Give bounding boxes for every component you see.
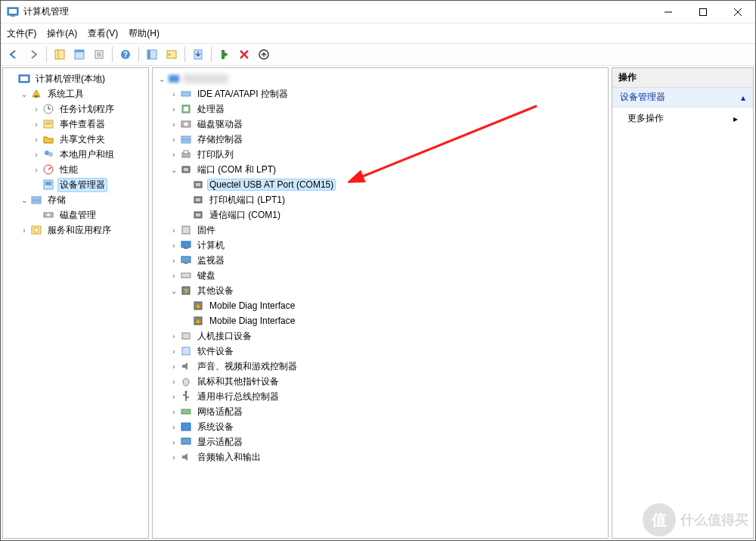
collapse-icon: ▴ — [741, 92, 745, 103]
svg-rect-52 — [181, 140, 191, 143]
device-ide[interactable]: ›IDE ATA/ATAPI 控制器 — [154, 86, 606, 101]
disable-device-button[interactable] — [236, 46, 253, 63]
device-port-comm[interactable]: 通信端口 (COM1) — [154, 207, 606, 222]
maximize-button[interactable] — [686, 1, 720, 23]
svg-point-76 — [185, 391, 187, 393]
tree-root[interactable]: 计算机管理(本地) — [5, 71, 147, 86]
device-computer[interactable]: ›计算机 — [154, 238, 606, 253]
svg-text:?: ? — [184, 288, 187, 295]
tree-disk-management[interactable]: 磁盘管理 — [5, 207, 147, 222]
device-disk-drives[interactable]: ›磁盘驱动器 — [154, 117, 606, 132]
enable-device-button[interactable] — [216, 46, 233, 63]
device-port-printer[interactable]: 打印机端口 (LPT1) — [154, 192, 606, 207]
device-ports[interactable]: ⌄端口 (COM 和 LPT) — [154, 162, 606, 177]
svg-rect-25 — [20, 76, 28, 81]
device-software[interactable]: ›软件设备 — [154, 344, 606, 359]
tree-performance[interactable]: ›性能 — [5, 162, 147, 177]
svg-rect-45 — [169, 75, 179, 82]
properties-button[interactable] — [71, 46, 88, 63]
device-print-queues[interactable]: ›打印队列 — [154, 147, 606, 162]
minimize-button[interactable] — [651, 1, 686, 23]
svg-rect-48 — [184, 107, 188, 111]
device-keyboards[interactable]: ›键盘 — [154, 268, 606, 283]
device-firmware[interactable]: ›固件 — [154, 222, 606, 238]
update-driver-button[interactable] — [190, 46, 206, 63]
toolbar: ? — [1, 43, 755, 66]
view-devices-by-type-button[interactable] — [144, 46, 160, 63]
svg-text:?: ? — [123, 51, 128, 59]
device-mice[interactable]: ›鼠标和其他指针设备 — [154, 374, 606, 389]
svg-rect-18 — [147, 50, 150, 59]
app-icon — [7, 6, 19, 18]
tree-storage[interactable]: ⌄存储 — [5, 192, 147, 207]
device-system[interactable]: ›系统设备 — [154, 419, 606, 434]
svg-rect-66 — [181, 257, 191, 263]
device-storage-ctrl[interactable]: ›存储控制器 — [154, 132, 606, 147]
tree-event-viewer[interactable]: ›事件查看器 — [5, 117, 147, 132]
tree-system-tools[interactable]: ⌄系统工具 — [5, 86, 147, 101]
device-display[interactable]: ›显示适配器 — [154, 434, 606, 449]
export-list-button[interactable] — [91, 46, 107, 63]
svg-rect-10 — [75, 50, 84, 52]
svg-rect-62 — [196, 213, 200, 216]
device-port-quectel[interactable]: Quectel USB AT Port (COM15) — [154, 177, 606, 192]
svg-rect-38 — [45, 182, 51, 185]
svg-rect-22 — [222, 50, 225, 59]
svg-rect-63 — [182, 226, 190, 234]
device-audio-io[interactable]: ›音频输入和输出 — [154, 449, 606, 465]
device-sound[interactable]: ›声音、视频和游戏控制器 — [154, 359, 606, 374]
uninstall-device-button[interactable] — [256, 46, 272, 63]
device-cpu[interactable]: ›处理器 — [154, 101, 606, 117]
watermark: 值 什么值得买 — [643, 503, 748, 536]
svg-point-20 — [169, 54, 171, 56]
menu-help[interactable]: 帮助(H) — [129, 27, 160, 40]
show-hide-tree-button[interactable] — [51, 46, 68, 63]
svg-rect-40 — [32, 201, 41, 204]
device-usb[interactable]: ›通用串行总线控制器 — [154, 389, 606, 404]
svg-point-42 — [47, 213, 50, 216]
svg-rect-60 — [196, 198, 200, 201]
center-tree-pane[interactable]: ⌄ ›IDE ATA/ATAPI 控制器 ›处理器 ›磁盘驱动器 ›存储控制器 … — [152, 67, 609, 539]
watermark-badge: 值 — [643, 503, 676, 536]
back-button[interactable] — [5, 46, 22, 63]
device-root[interactable]: ⌄ — [154, 71, 606, 86]
device-network[interactable]: ›网络适配器 — [154, 404, 606, 419]
tree-services-apps[interactable]: ›服务和应用程序 — [5, 222, 147, 238]
actions-pane: 操作 设备管理器 ▴ 更多操作 ▸ — [612, 67, 754, 539]
svg-rect-68 — [181, 273, 191, 278]
device-other[interactable]: ⌄?其他设备 — [154, 283, 606, 298]
tree-task-scheduler[interactable]: ›任务计划程序 — [5, 101, 147, 117]
svg-rect-2 — [9, 9, 17, 14]
device-monitors[interactable]: ›监视器 — [154, 253, 606, 268]
device-mobile-diag-2[interactable]: Mobile Diag Interface — [154, 313, 606, 328]
svg-rect-74 — [182, 347, 190, 355]
actions-section[interactable]: 设备管理器 ▴ — [612, 88, 753, 107]
view-devices-by-connection-button[interactable] — [163, 46, 180, 63]
tree-device-manager[interactable]: 设备管理器 — [5, 177, 147, 192]
menu-action[interactable]: 操作(A) — [47, 27, 77, 40]
help-button[interactable]: ? — [117, 46, 134, 63]
tree-shared-folders[interactable]: ›共享文件夹 — [5, 132, 147, 147]
svg-rect-1 — [11, 15, 15, 17]
menu-view[interactable]: 查看(V) — [88, 27, 118, 40]
svg-rect-73 — [182, 333, 190, 339]
svg-rect-7 — [55, 50, 64, 59]
device-hid[interactable]: ›人机接口设备 — [154, 328, 606, 344]
left-tree-pane[interactable]: 计算机管理(本地) ⌄系统工具 ›任务计划程序 ›事件查看器 ›共享文件夹 ›本… — [2, 67, 149, 539]
chevron-right-icon: ▸ — [733, 113, 738, 124]
tree-local-users[interactable]: ›本地用户和组 — [5, 147, 147, 162]
svg-rect-67 — [184, 263, 187, 264]
window-title: 计算机管理 — [23, 5, 651, 18]
device-mobile-diag-1[interactable]: Mobile Diag Interface — [154, 298, 606, 313]
svg-rect-58 — [196, 183, 200, 186]
svg-rect-54 — [184, 151, 188, 154]
svg-rect-65 — [184, 247, 188, 249]
close-button[interactable] — [720, 1, 755, 23]
svg-rect-39 — [32, 197, 41, 200]
menu-file[interactable]: 文件(F) — [7, 27, 36, 40]
more-actions[interactable]: 更多操作 ▸ — [612, 107, 753, 129]
svg-point-50 — [184, 123, 188, 126]
forward-button[interactable] — [25, 46, 42, 63]
svg-rect-78 — [181, 423, 191, 431]
svg-point-34 — [48, 152, 53, 157]
